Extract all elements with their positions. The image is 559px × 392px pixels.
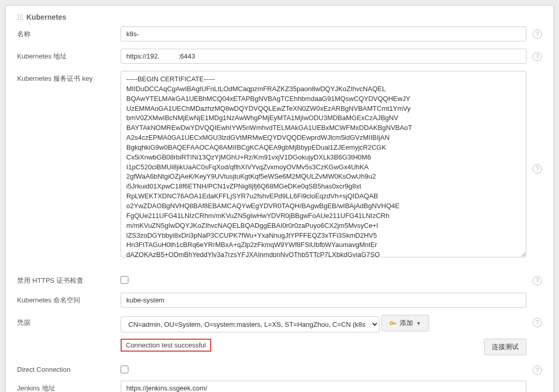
row-url: Kubernetes 地址 ? bbox=[17, 49, 542, 64]
label-credentials: 凭据 bbox=[17, 315, 121, 327]
label-direct-connection: Direct Connection bbox=[17, 362, 121, 373]
row-disable-https: 禁用 HTTPS 证书检查 ? bbox=[17, 273, 542, 285]
section-title-text: Kubernetes bbox=[26, 13, 66, 21]
row-namespace: Kubernetes 命名空间 bbox=[17, 293, 542, 308]
jenkins-url-input[interactable] bbox=[121, 381, 526, 392]
cert-key-textarea[interactable]: -----BEGIN CERTIFICATE----- MIIDuDCCAqCg… bbox=[121, 71, 526, 257]
credentials-select[interactable]: CN=admin, OU=System, O=system:masters, L… bbox=[121, 316, 379, 332]
row-jenkins-url: Jenkins 地址 bbox=[17, 381, 542, 392]
row-cert-key: Kubernetes 服务证书 key -----BEGIN CERTIFICA… bbox=[17, 71, 542, 266]
test-connection-label: 连接测试 bbox=[492, 342, 519, 352]
test-connection-button[interactable]: 连接测试 bbox=[484, 339, 526, 355]
connection-success-message: Connection test successful bbox=[121, 339, 211, 352]
help-icon[interactable]: ? bbox=[533, 164, 542, 173]
chevron-down-icon: ▼ bbox=[416, 321, 421, 326]
label-url: Kubernetes 地址 bbox=[17, 49, 121, 61]
help-icon[interactable]: ? bbox=[533, 318, 542, 327]
help-icon[interactable]: ? bbox=[533, 366, 542, 375]
help-icon[interactable]: ? bbox=[533, 52, 542, 61]
row-name: 名称 ? bbox=[17, 26, 542, 41]
label-name: 名称 bbox=[17, 26, 121, 39]
label-disable-https: 禁用 HTTPS 证书检查 bbox=[17, 273, 121, 285]
name-input[interactable] bbox=[121, 26, 526, 41]
add-button-label: 添加 bbox=[400, 318, 413, 328]
kubernetes-cloud-panel: Kubernetes 名称 ? Kubernetes 地址 ? Kubernet… bbox=[5, 5, 554, 392]
label-cert-key: Kubernetes 服务证书 key bbox=[17, 71, 121, 83]
url-input[interactable] bbox=[121, 49, 526, 64]
key-icon bbox=[389, 320, 396, 327]
disable-https-checkbox[interactable] bbox=[121, 276, 128, 284]
drag-handle-icon[interactable] bbox=[17, 14, 23, 20]
section-title: Kubernetes bbox=[17, 13, 542, 21]
label-namespace: Kubernetes 命名空间 bbox=[17, 293, 121, 305]
help-icon[interactable]: ? bbox=[533, 30, 542, 39]
row-credentials: 凭据 CN=admin, OU=System, O=system:masters… bbox=[17, 315, 542, 355]
namespace-input[interactable] bbox=[121, 293, 526, 308]
direct-connection-checkbox[interactable] bbox=[121, 366, 128, 373]
row-direct-connection: Direct Connection ? bbox=[17, 362, 542, 373]
add-credentials-button[interactable]: 添加 ▼ bbox=[381, 315, 429, 331]
help-icon[interactable]: ? bbox=[533, 276, 542, 285]
label-jenkins-url: Jenkins 地址 bbox=[17, 381, 121, 392]
